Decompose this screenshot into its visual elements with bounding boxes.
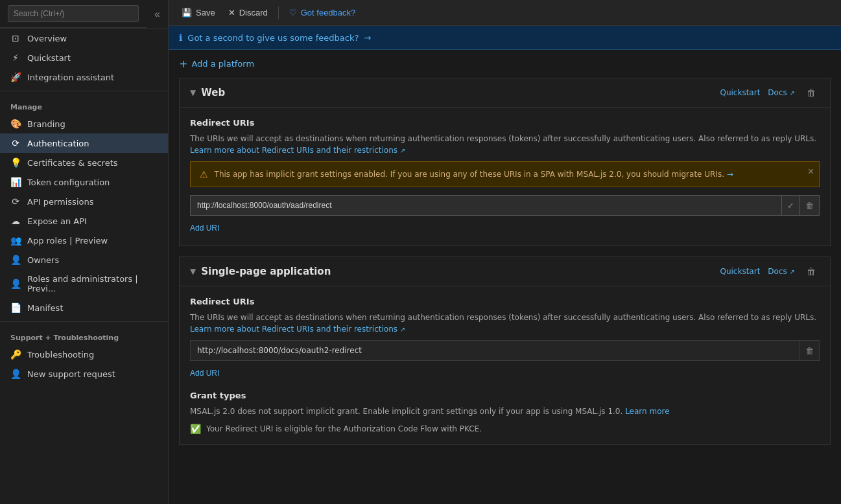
discard-icon: ✕: [228, 8, 235, 17]
quickstart-icon: ⚡: [10, 52, 21, 63]
spa-header-actions: Quickstart Docs ↗ 🗑: [720, 265, 820, 278]
sidebar-item-label: Expose an API: [27, 216, 87, 226]
sidebar-item-label: Certificates & secrets: [27, 158, 118, 168]
external-link-icon: ↗: [790, 89, 795, 97]
sidebar-item-label: Troubleshooting: [27, 350, 94, 360]
spa-docs-link[interactable]: Docs ↗: [768, 267, 795, 276]
sidebar-item-expose-api[interactable]: ☁ Expose an API: [0, 211, 168, 231]
toolbar: 💾 Save ✕ Discard ♡ Got feedback?: [169, 0, 841, 26]
sidebar-item-authentication[interactable]: ⟳ Authentication: [0, 133, 168, 153]
spa-add-uri-button[interactable]: Add URI: [190, 366, 219, 380]
toolbar-divider: [278, 6, 279, 19]
sidebar-item-label: Manifest: [27, 303, 63, 313]
web-quickstart-link[interactable]: Quickstart: [720, 88, 760, 97]
web-uri-input[interactable]: [190, 195, 782, 216]
troubleshooting-icon: 🔑: [10, 349, 21, 360]
spa-section-header: ▼ Single-page application Quickstart Doc…: [180, 257, 830, 286]
approles-icon: 👥: [10, 235, 21, 246]
sidebar-item-new-support[interactable]: 👤 New support request: [0, 364, 168, 384]
web-uri-check-button[interactable]: ✓: [782, 195, 800, 216]
sidebar-item-label: Branding: [27, 119, 65, 129]
search-input[interactable]: [8, 5, 139, 22]
spa-learn-more-link[interactable]: Learn more about Redirect URIs and their…: [190, 325, 405, 334]
feedback-banner-link[interactable]: →: [364, 33, 371, 43]
branding-icon: 🎨: [10, 119, 21, 129]
support-section-label: Support + Troubleshooting: [0, 326, 168, 345]
web-uri-delete-button[interactable]: 🗑: [800, 195, 820, 216]
manifest-icon: 📄: [10, 303, 21, 313]
token-icon: 📊: [10, 177, 21, 187]
sidebar-item-label: Overview: [27, 34, 67, 43]
web-chevron-icon[interactable]: ▼: [190, 88, 196, 97]
sidebar-item-label: Owners: [27, 255, 59, 265]
web-uri-row: ✓ 🗑: [190, 195, 820, 216]
sidebar-item-certificates[interactable]: 💡 Certificates & secrets: [0, 153, 168, 172]
feedback-button[interactable]: ♡ Got feedback?: [284, 4, 361, 21]
sidebar-item-quickstart[interactable]: ⚡ Quickstart: [0, 48, 168, 67]
save-button[interactable]: 💾 Save: [176, 4, 220, 21]
spa-chevron-icon[interactable]: ▼: [190, 267, 196, 276]
certificates-icon: 💡: [10, 157, 21, 168]
sidebar-item-label: App roles | Preview: [27, 236, 108, 246]
sidebar-item-label: New support request: [27, 369, 115, 379]
external-link-icon: ↗: [400, 326, 405, 333]
sidebar-item-label: Authentication: [27, 139, 89, 148]
spa-quickstart-link[interactable]: Quickstart: [720, 267, 760, 276]
info-icon: ℹ: [179, 32, 182, 43]
web-section-title: Web: [201, 87, 715, 98]
sidebar-item-manifest[interactable]: 📄 Manifest: [0, 298, 168, 317]
sidebar-item-label: Token configuration: [27, 178, 110, 187]
spa-delete-button[interactable]: 🗑: [803, 265, 820, 278]
manage-section-label: Manage: [0, 95, 168, 114]
web-warning-text: This app has implicit grant settings ena…: [215, 168, 810, 180]
sidebar-item-app-roles[interactable]: 👥 App roles | Preview: [0, 231, 168, 250]
sidebar-item-troubleshooting[interactable]: 🔑 Troubleshooting: [0, 345, 168, 364]
spa-uri-value: http://localhost:8000/docs/oauth2-redire…: [190, 340, 800, 361]
spa-redirect-uris-title: Redirect URIs: [190, 297, 820, 306]
web-section-body: Redirect URIs The URIs we will accept as…: [180, 108, 830, 246]
grant-desc: MSAL.js 2.0 does not support implicit gr…: [190, 406, 820, 417]
spa-section-title: Single-page application: [201, 266, 715, 277]
sidebar-item-label: Integration assistant: [27, 73, 114, 82]
discard-button[interactable]: ✕ Discard: [223, 4, 273, 21]
feedback-banner-text: Got a second to give us some feedback?: [187, 33, 359, 43]
sidebar-item-integration-assistant[interactable]: 🚀 Integration assistant: [0, 67, 168, 87]
grant-types-section: Grant types MSAL.js 2.0 does not support…: [190, 391, 820, 434]
spa-section-body: Redirect URIs The URIs we will accept as…: [180, 286, 830, 444]
sidebar-item-token-config[interactable]: 📊 Token configuration: [0, 172, 168, 192]
add-platform-button[interactable]: + Add a platform: [169, 50, 841, 78]
warning-close-button[interactable]: ×: [808, 166, 814, 178]
sidebar-item-owners[interactable]: 👤 Owners: [0, 250, 168, 269]
collapse-button[interactable]: «: [147, 3, 168, 25]
api-icon: ⟳: [10, 196, 21, 207]
sidebar-item-api-permissions[interactable]: ⟳ API permissions: [0, 192, 168, 211]
integration-icon: 🚀: [10, 72, 21, 82]
web-warning-banner: ⚠ This app has implicit grant settings e…: [190, 161, 820, 187]
web-header-actions: Quickstart Docs ↗ 🗑: [720, 86, 820, 99]
heart-icon: ♡: [289, 8, 297, 17]
web-redirect-uris-title: Redirect URIs: [190, 118, 820, 128]
save-icon: 💾: [182, 8, 192, 17]
warning-migrate-link[interactable]: →: [727, 170, 733, 179]
sidebar-item-roles-admins[interactable]: 👤 Roles and administrators | Previ...: [0, 269, 168, 298]
grant-learn-more-link[interactable]: Learn more: [625, 407, 669, 416]
web-delete-button[interactable]: 🗑: [803, 86, 820, 99]
web-learn-more-link[interactable]: Learn more about Redirect URIs and their…: [190, 146, 405, 155]
external-link-icon: ↗: [400, 147, 405, 154]
authentication-icon: ⟳: [10, 138, 21, 148]
grant-types-title: Grant types: [190, 391, 820, 400]
web-add-uri-button[interactable]: Add URI: [190, 221, 219, 235]
roles-icon: 👤: [10, 279, 21, 289]
web-redirect-desc: The URIs we will accept as destinations …: [190, 133, 820, 156]
sidebar-item-overview[interactable]: ⊡ Overview: [0, 29, 168, 48]
sidebar-item-label: Roles and administrators | Previ...: [27, 274, 158, 293]
content-area: ℹ Got a second to give us some feedback?…: [169, 26, 841, 504]
support-icon: 👤: [10, 369, 21, 379]
sidebar-item-branding[interactable]: 🎨 Branding: [0, 114, 168, 133]
web-docs-link[interactable]: Docs ↗: [768, 88, 795, 97]
owners-icon: 👤: [10, 255, 21, 265]
spa-uri-delete-button[interactable]: 🗑: [800, 340, 820, 361]
grant-status: ✅ Your Redirect URI is eligible for the …: [190, 424, 820, 434]
sidebar-item-label: API permissions: [27, 197, 93, 207]
sidebar: « ⊡ Overview ⚡ Quickstart 🚀 Integration …: [0, 0, 169, 504]
